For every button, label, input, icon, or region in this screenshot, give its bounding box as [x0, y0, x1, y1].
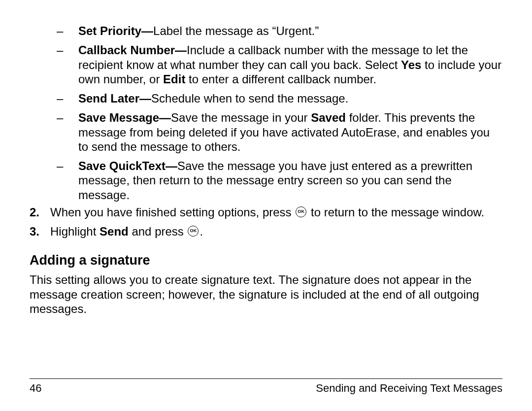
label-edit: Edit — [163, 72, 185, 86]
step-number: 3. — [30, 224, 39, 239]
option-set-priority: Set Priority—Label the message as “Urgen… — [57, 24, 502, 38]
option-callback-number: Callback Number—Include a callback numbe… — [57, 43, 502, 86]
option-name: Save QuickText— — [78, 159, 177, 172]
ok-button-icon — [188, 226, 199, 237]
numbered-steps: 2. When you have finished setting option… — [30, 205, 502, 239]
list-item-text: Send Later—Schedule when to send the mes… — [78, 91, 502, 105]
option-desc: Schedule when to send the message. — [151, 92, 348, 105]
page-content: Set Priority—Label the message as “Urgen… — [0, 0, 532, 316]
option-send-later: Send Later—Schedule when to send the mes… — [57, 91, 502, 105]
step-number: 2. — [30, 205, 39, 219]
list-item-text: Callback Number—Include a callback numbe… — [78, 43, 502, 86]
option-save-quicktext: Save QuickText—Save the message you have… — [57, 159, 502, 202]
step-text-a: Highlight — [50, 225, 100, 238]
step-text-b: to return to the message window. — [307, 206, 484, 219]
label-send: Send — [100, 225, 129, 238]
section-heading: Adding a signature — [30, 252, 502, 269]
option-name: Callback Number— — [78, 43, 187, 57]
step-2: 2. When you have finished setting option… — [30, 205, 502, 219]
ok-button-icon — [296, 206, 306, 217]
option-desc-c: to enter a different callback number. — [185, 72, 376, 86]
label-yes: Yes — [401, 58, 421, 71]
list-item-text: Save QuickText—Save the message you have… — [78, 159, 502, 202]
option-list: Set Priority—Label the message as “Urgen… — [57, 24, 502, 202]
option-save-message: Save Message—Save the message in your Sa… — [57, 110, 502, 154]
option-desc-a: Save the message in your — [171, 111, 311, 124]
step-3: 3. Highlight Send and press . — [30, 224, 502, 239]
chapter-title: Sending and Receiving Text Messages — [316, 382, 502, 395]
label-saved: Saved — [311, 111, 346, 124]
page-footer: 46 Sending and Receiving Text Messages — [30, 378, 502, 395]
option-name: Save Message— — [78, 111, 171, 124]
section-body: This setting allows you to create signat… — [30, 273, 502, 316]
page-number: 46 — [30, 382, 41, 395]
list-item-text: Save Message—Save the message in your Sa… — [78, 110, 502, 154]
option-name: Set Priority— — [78, 24, 153, 37]
option-desc: Label the message as “Urgent.” — [153, 24, 319, 37]
list-item-text: Set Priority—Label the message as “Urgen… — [78, 24, 502, 38]
step-text-a: When you have finished setting options, … — [50, 206, 295, 219]
option-name: Send Later— — [78, 92, 151, 105]
step-text-b: and press — [129, 225, 187, 238]
step-text-c: . — [200, 225, 203, 238]
